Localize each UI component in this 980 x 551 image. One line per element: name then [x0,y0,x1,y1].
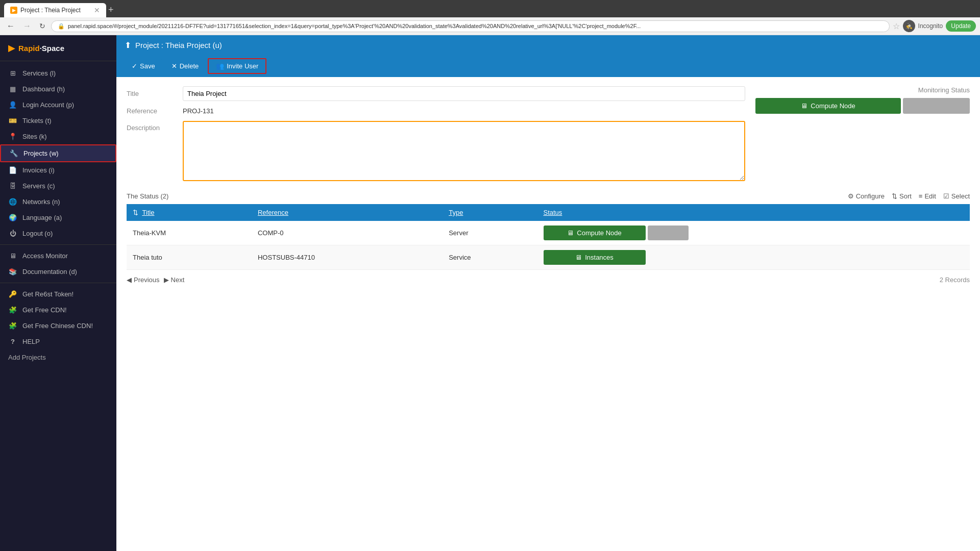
sidebar-item-help[interactable]: ? HELP [0,334,116,349]
sidebar-item-label: Documentation (d) [22,268,77,276]
nav-back-button[interactable]: ← [4,20,17,32]
sidebar-item-language[interactable]: 🌍 Language (a) [0,210,116,226]
servers-icon: 🗄 [8,182,17,190]
sidebar-item-label: Get Re6st Token! [22,290,74,298]
star-icon[interactable]: ☆ [893,21,900,31]
status-header: The Status (2) ⚙ Configure ⇅ Sort ≡ Edit [127,192,970,200]
monitor-screen-icon: 🖥 [801,102,807,110]
puzzle-icon: 🧩 [8,306,17,314]
add-projects[interactable]: Add Projects [0,349,116,365]
sites-icon: 📍 [8,133,17,140]
configure-icon: ⚙ [848,192,854,200]
address-bar[interactable]: 🔒 panel.rapid.space/#/project_module/202… [51,20,890,32]
networks-icon: 🌐 [8,198,17,206]
status-actions: ⚙ Configure ⇅ Sort ≡ Edit ☑ Select [848,192,970,200]
sidebar-nav: ⊞ Services (l) ▦ Dashboard (h) 👤 Login A… [0,61,116,369]
col-header-type[interactable]: Type [443,204,537,221]
status-col-link[interactable]: Status [544,209,562,216]
sidebar-item-login-account[interactable]: 👤 Login Account (p) [0,97,116,113]
monitoring-section: Monitoring Status 🖥 Compute Node [755,86,970,187]
x-icon: ✕ [172,62,177,70]
browser-nav-bar: ← → ↻ 🔒 panel.rapid.space/#/project_modu… [0,17,980,35]
sidebar-item-invoices[interactable]: 📄 Invoices (i) [0,162,116,178]
sidebar-item-chinese-cdn[interactable]: 🧩 Get Free Chinese CDN! [0,318,116,334]
new-tab-icon[interactable]: + [108,5,114,17]
row2-status-badge[interactable]: 🖥 Instances [544,250,646,265]
sidebar-item-access-monitor[interactable]: 🖥 Access Monitor [0,248,116,264]
description-input[interactable] [183,121,745,181]
logout-icon: ⏻ [8,230,17,237]
row2-reference: HOSTSUBS-44710 [252,245,443,270]
form-monitoring-area: Title Reference PROJ-131 Description Mon… [116,77,980,192]
title-input[interactable] [183,86,745,101]
main-content: ⬆ Project : Theia Project (u) ✓ Save ✕ D… [116,35,980,551]
sidebar-item-label: Invoices (i) [22,166,55,174]
add-projects-label: Add Projects [8,354,46,361]
edit-button[interactable]: ≡ Edit [919,192,936,200]
sidebar-item-services[interactable]: ⊞ Services (l) [0,65,116,81]
sidebar-item-networks[interactable]: 🌐 Networks (n) [0,194,116,210]
reference-value: PROJ-131 [183,107,214,115]
reference-col-link[interactable]: Reference [258,209,288,216]
sidebar-item-label: Servers (c) [22,182,55,190]
monitoring-label: Monitoring Status [755,86,970,94]
toolbar: ✓ Save ✕ Delete 👥 Invite User [116,55,980,77]
sidebar-item-label: Access Monitor [22,252,68,260]
edit-icon: ≡ [919,192,923,200]
previous-button[interactable]: ◀ Previous [127,276,160,284]
type-col-link[interactable]: Type [449,209,463,216]
tab-favicon: ▶ [10,7,17,14]
select-button[interactable]: ☑ Select [943,192,970,200]
title-label: Title [127,90,183,97]
sidebar-item-dashboard[interactable]: ▦ Dashboard (h) [0,81,116,97]
up-arrow-icon: ⬆ [125,40,131,50]
delete-button[interactable]: ✕ Delete [164,59,206,73]
configure-button[interactable]: ⚙ Configure [848,192,885,200]
row1-status-badge[interactable]: 🖥 Compute Node [544,226,646,240]
records-count: 2 Records [940,276,970,284]
sidebar-item-label: Sites (k) [22,133,47,140]
tickets-icon: 🎫 [8,117,17,124]
sidebar-item-free-cdn[interactable]: 🧩 Get Free CDN! [0,302,116,318]
sidebar-item-label: Logout (o) [22,230,53,237]
sidebar-divider [0,244,116,245]
tab-close-icon[interactable]: ✕ [94,6,100,14]
sidebar-item-logout[interactable]: ⏻ Logout (o) [0,226,116,241]
user-icon: 👤 [8,101,17,109]
sidebar-item-tickets[interactable]: 🎫 Tickets (t) [0,113,116,129]
projects-icon: 🔧 [9,149,18,157]
sidebar-item-projects[interactable]: 🔧 Projects (w) [0,144,116,162]
sidebar-item-label: Networks (n) [22,198,60,206]
nav-refresh-button[interactable]: ↻ [37,21,48,31]
sidebar-item-sites[interactable]: 📍 Sites (k) [0,129,116,144]
browser-tab[interactable]: ▶ Project : Theia Project ✕ [4,3,106,17]
save-button[interactable]: ✓ Save [125,59,162,73]
table-pagination: ◀ Previous ▶ Next 2 Records [127,274,970,286]
col-header-title[interactable]: ⇅ Title [127,204,252,221]
sidebar-item-documentation[interactable]: 📚 Documentation (d) [0,264,116,280]
sidebar-item-label: Get Free CDN! [22,306,67,314]
nav-forward-button[interactable]: → [20,20,34,32]
sidebar-item-label: Projects (w) [23,149,59,157]
title-col-link[interactable]: Title [142,209,154,216]
update-button[interactable]: Update [946,20,976,32]
row1-title: Theia-KVM [127,221,252,245]
next-button[interactable]: ▶ Next [164,276,185,284]
lock-icon: 🔒 [58,23,65,30]
services-icon: ⊞ [8,69,17,77]
row2-title: Theia tuto [127,245,252,270]
sidebar-item-servers[interactable]: 🗄 Servers (c) [0,178,116,194]
col-header-reference[interactable]: Reference [252,204,443,221]
incognito-label: Incognito [918,22,943,30]
docs-icon: 📚 [8,268,17,276]
monitor-secondary-button[interactable] [903,98,970,114]
compute-node-monitor-button[interactable]: 🖥 Compute Node [755,98,901,114]
sidebar-item-re6st[interactable]: 🔑 Get Re6st Token! [0,286,116,302]
form-left: Title Reference PROJ-131 Description [127,86,745,187]
help-icon: ? [8,338,17,345]
invite-user-button[interactable]: 👥 Invite User [208,58,266,74]
row1-status: 🖥 Compute Node [537,221,970,245]
sort-button[interactable]: ⇅ Sort [892,192,912,200]
col-header-status[interactable]: Status [537,204,970,221]
row1-status-secondary[interactable] [648,226,689,240]
